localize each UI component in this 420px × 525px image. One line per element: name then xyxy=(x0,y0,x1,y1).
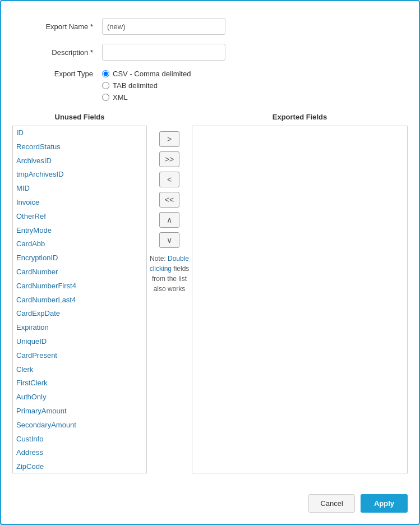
radio-csv-input[interactable] xyxy=(102,70,109,77)
unused-fields-header: Unused Fields xyxy=(12,113,147,121)
form-section: Export Name * Description * Export Type … xyxy=(12,18,408,102)
note-text: Note: Double clicking fields from the li… xyxy=(150,255,190,293)
export-type-label: Export Type xyxy=(12,70,102,78)
export-type-row: Export Type CSV - Comma delimited TAB de… xyxy=(12,70,408,102)
exported-fields-list[interactable] xyxy=(192,126,408,473)
export-dialog: Export Name * Description * Export Type … xyxy=(0,0,420,525)
unused-fields-list[interactable]: IDRecordStatusArchivesIDtmpArchivesIDMID… xyxy=(12,126,147,473)
radio-xml-input[interactable] xyxy=(102,94,109,101)
list-item[interactable]: Clerk xyxy=(13,363,146,377)
list-item[interactable]: Address xyxy=(13,446,146,460)
list-item[interactable]: ArchivesID xyxy=(13,154,146,168)
list-item[interactable]: CardNumberFirst4 xyxy=(13,279,146,293)
list-item[interactable]: Invoice xyxy=(13,196,146,210)
list-item[interactable]: FirstClerk xyxy=(13,376,146,390)
transfer-buttons-column: > >> < << ∧ ∨ Note: Double clicking fiel… xyxy=(147,126,192,477)
footer: Cancel Apply xyxy=(12,489,408,513)
fields-section: Unused Fields Exported Fields IDRecordSt… xyxy=(12,113,408,477)
list-item[interactable]: Expiration xyxy=(13,321,146,335)
radio-csv-label: CSV - Comma delimited xyxy=(113,70,191,78)
radio-tab-input[interactable] xyxy=(102,82,109,89)
list-item[interactable]: EncryptionID xyxy=(13,251,146,265)
list-item[interactable]: ZipCode xyxy=(13,460,146,473)
list-item[interactable]: CardNumberLast4 xyxy=(13,293,146,307)
exported-fields-header: Exported Fields xyxy=(192,113,408,121)
description-row: Description * xyxy=(12,44,408,61)
cancel-button[interactable]: Cancel xyxy=(308,494,354,513)
list-item[interactable]: tmpArchivesID xyxy=(13,168,146,182)
fields-content: IDRecordStatusArchivesIDtmpArchivesIDMID… xyxy=(12,126,408,477)
export-name-row: Export Name * xyxy=(12,18,408,35)
export-name-input[interactable] xyxy=(102,18,225,35)
list-item[interactable]: CardExpDate xyxy=(13,307,146,321)
list-item[interactable]: OtherRef xyxy=(13,210,146,224)
note-section: Note: Double clicking fields from the li… xyxy=(147,254,192,294)
radio-tab-label: TAB delimited xyxy=(113,81,158,90)
list-item[interactable]: MID xyxy=(13,182,146,196)
description-label: Description * xyxy=(12,48,102,57)
list-item[interactable]: UniqueID xyxy=(13,335,146,349)
radio-xml[interactable]: XML xyxy=(102,93,191,102)
move-left-button[interactable]: < xyxy=(159,172,179,187)
list-item[interactable]: PrimaryAmount xyxy=(13,404,146,418)
export-name-label: Export Name * xyxy=(12,22,102,31)
list-item[interactable]: AuthOnly xyxy=(13,390,146,404)
move-all-right-button[interactable]: >> xyxy=(159,151,179,167)
list-item[interactable]: SecondaryAmount xyxy=(13,418,146,432)
list-item[interactable]: CardNumber xyxy=(13,265,146,279)
radio-xml-label: XML xyxy=(113,93,128,102)
list-item[interactable]: ID xyxy=(13,126,146,140)
list-item[interactable]: RecordStatus xyxy=(13,140,146,154)
move-up-button[interactable]: ∧ xyxy=(159,212,179,228)
move-all-left-button[interactable]: << xyxy=(159,192,179,208)
buttons-spacer xyxy=(147,113,192,121)
list-item[interactable]: CustInfo xyxy=(13,432,146,446)
fields-headers: Unused Fields Exported Fields xyxy=(12,113,408,121)
radio-csv[interactable]: CSV - Comma delimited xyxy=(102,70,191,78)
move-down-button[interactable]: ∨ xyxy=(159,232,179,248)
list-item[interactable]: EntryMode xyxy=(13,224,146,238)
list-item[interactable]: CardAbb xyxy=(13,237,146,251)
apply-button[interactable]: Apply xyxy=(361,494,408,513)
export-type-options: CSV - Comma delimited TAB delimited XML xyxy=(102,70,191,102)
buttons-group: > >> < << ∧ ∨ xyxy=(147,126,192,248)
radio-tab[interactable]: TAB delimited xyxy=(102,81,191,90)
move-right-button[interactable]: > xyxy=(159,131,179,147)
list-item[interactable]: CardPresent xyxy=(13,349,146,363)
description-input[interactable] xyxy=(102,44,225,61)
